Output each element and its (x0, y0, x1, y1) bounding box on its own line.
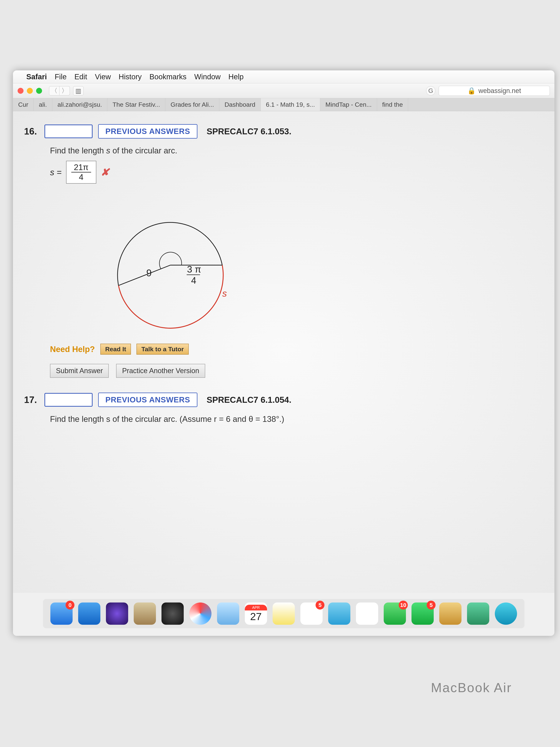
need-help-label: Need Help? (50, 344, 95, 354)
incorrect-icon: ✘ (101, 166, 109, 178)
s-equals-label: s = (50, 167, 62, 177)
help-row: Need Help? Read It Talk to a Tutor (50, 344, 543, 355)
dock-numbers-icon[interactable] (467, 602, 489, 625)
page-content: 16. PREVIOUS ANSWERS SPRECALC7 6.1.053. … (13, 111, 555, 593)
dock-facetime-icon[interactable]: 5 (411, 602, 434, 625)
dock-reminders-icon[interactable]: 5 (300, 602, 323, 625)
dock-photos-icon[interactable] (356, 602, 378, 625)
url-host: webassign.net (478, 87, 521, 95)
tab-item[interactable]: Cur (13, 98, 34, 111)
svg-text:4: 4 (191, 275, 196, 286)
close-icon[interactable] (18, 88, 24, 94)
tab-item[interactable]: The Star Festiv... (107, 98, 165, 111)
answer-input[interactable]: 21π 4 (66, 161, 96, 184)
circle-diagram: 9 3 π 4 s (95, 199, 543, 333)
menu-view[interactable]: View (95, 73, 111, 81)
tab-item[interactable]: Dashboard (219, 98, 261, 111)
menubar-app[interactable]: Safari (26, 73, 47, 81)
tab-item[interactable]: Grades for Ali... (165, 98, 219, 111)
dock-mail-icon[interactable] (217, 602, 239, 625)
answer-numerator: 21π (71, 163, 91, 173)
menu-window[interactable]: Window (194, 73, 220, 81)
dock-finder-icon[interactable] (78, 602, 100, 625)
menu-bookmarks[interactable]: Bookmarks (150, 73, 186, 81)
dock-safari-icon[interactable]: 0 (50, 602, 73, 625)
menu-help[interactable]: Help (228, 73, 243, 81)
badge: 10 (399, 601, 408, 610)
dock-messages-icon[interactable]: 10 (384, 602, 406, 625)
dock-notes-icon[interactable] (273, 602, 295, 625)
tab-strip: Cur ali. ali.zahori@sjsu. The Star Festi… (13, 98, 555, 111)
minimize-icon[interactable] (27, 88, 33, 94)
question-reference: SPRECALC7 6.1.053. (207, 126, 292, 136)
previous-answers-button[interactable]: PREVIOUS ANSWERS (98, 124, 197, 138)
tab-item[interactable]: ali. (34, 98, 52, 111)
read-it-button[interactable]: Read It (100, 344, 131, 355)
question-number: 17. (24, 394, 39, 405)
calendar-day: 27 (250, 611, 262, 622)
talk-to-tutor-button[interactable]: Talk to a Tutor (136, 344, 188, 355)
svg-line-0 (118, 265, 170, 285)
badge: 5 (427, 601, 435, 610)
question-header: 17. PREVIOUS ANSWERS SPRECALC7 6.1.054. (24, 393, 543, 407)
menu-history[interactable]: History (119, 73, 142, 81)
menu-edit[interactable]: Edit (75, 73, 87, 81)
tab-item[interactable]: 6.1 - Math 19, s... (261, 98, 320, 111)
browser-toolbar: 〈 〉 ▥ G 🔒 webassign.net (13, 83, 555, 98)
question-prompt: Find the length s of the circular arc. (… (50, 414, 543, 424)
tab-item[interactable]: ali.zahori@sjsu. (52, 98, 107, 111)
calendar-month: APR (245, 605, 267, 611)
dock-launchpad-icon[interactable] (161, 602, 184, 625)
question-number: 16. (24, 126, 39, 137)
svg-text:3 π: 3 π (187, 264, 201, 275)
grammarly-icon[interactable]: G (426, 86, 435, 96)
lock-icon: 🔒 (468, 87, 476, 95)
badge: 0 (65, 601, 75, 610)
back-button[interactable]: 〈 (49, 86, 59, 96)
mac-menubar[interactable]: Safari File Edit View History Bookmarks … (13, 70, 555, 83)
question-reference: SPRECALC7 6.1.054. (207, 395, 292, 405)
dock-maps-icon[interactable] (328, 602, 350, 625)
tab-item[interactable]: MindTap - Cen... (320, 98, 377, 111)
question-prompt: Find the length s of the circular arc. (50, 146, 543, 155)
svg-text:s: s (222, 288, 227, 299)
dock-books-icon[interactable] (439, 602, 461, 625)
dock-siri-icon[interactable] (495, 602, 517, 625)
submit-answer-button[interactable]: Submit Answer (50, 364, 109, 378)
dock-calendar-icon[interactable]: APR 27 (245, 602, 267, 625)
radius-label: 9 (146, 267, 152, 278)
zoom-icon[interactable] (36, 88, 42, 94)
dock-nightsky-icon[interactable] (106, 602, 128, 625)
badge: 5 (316, 601, 324, 610)
tab-item[interactable]: find the (377, 98, 408, 111)
forward-button[interactable]: 〉 (59, 86, 70, 96)
address-bar[interactable]: 🔒 webassign.net (439, 86, 550, 96)
sidebar-toggle-button[interactable]: ▥ (73, 86, 83, 96)
question-header: 16. PREVIOUS ANSWERS SPRECALC7 6.1.053. (24, 124, 543, 138)
practice-another-button[interactable]: Practice Another Version (116, 364, 205, 378)
previous-answers-button[interactable]: PREVIOUS ANSWERS (98, 393, 197, 407)
window-controls[interactable] (18, 88, 42, 94)
dock-safari2-icon[interactable] (189, 602, 212, 625)
answer-denominator: 4 (79, 173, 83, 182)
score-input[interactable] (45, 393, 92, 407)
dock-chess-icon[interactable] (134, 602, 156, 625)
score-input[interactable] (45, 125, 92, 138)
laptop-model-label: MacBook Air (431, 680, 512, 695)
menu-file[interactable]: File (55, 73, 66, 81)
dock[interactable]: 0 APR 27 5 10 5 (43, 599, 525, 628)
